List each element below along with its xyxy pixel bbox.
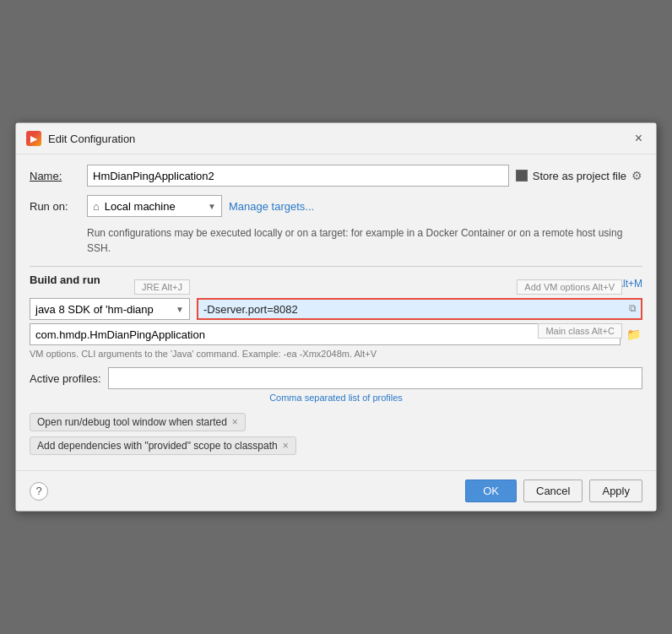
add-vm-hint: Add VM options Alt+V (517, 279, 622, 295)
apply-button[interactable]: Apply (589, 480, 642, 502)
sdk-arrow: ▼ (176, 305, 184, 314)
manage-targets-link[interactable]: Manage targets... (229, 200, 314, 213)
main-class-hint: Main class Alt+C (538, 323, 622, 339)
footer-buttons: OK Cancel Apply (465, 480, 642, 502)
edit-configuration-dialog: ▶ Edit Configuration × Name: Store as pr… (15, 122, 657, 512)
tag-close-1[interactable]: × (283, 440, 289, 452)
sdk-value: java 8 SDK of 'hm-dianp (35, 303, 154, 316)
name-row: Name: Store as project file ⚙ (30, 165, 642, 187)
tag-text-1: Add dependencies with "provided" scope t… (37, 440, 278, 452)
tag-item-0: Open run/debug tool window when started … (30, 413, 246, 431)
name-input[interactable] (87, 165, 509, 187)
build-run-title: Build and run (30, 274, 100, 286)
main-class-row: Main class Alt+C 📁 (30, 323, 642, 345)
active-profiles-label: Active profiles: (30, 372, 101, 385)
help-button[interactable]: ? (30, 482, 48, 501)
run-on-label: Run on: (30, 200, 80, 213)
store-label: Store as project file (533, 170, 626, 182)
name-label: Name: (30, 170, 80, 182)
title-bar: ▶ Edit Configuration × (16, 123, 656, 154)
dialog-title: Edit Configuration (48, 133, 135, 145)
dropdown-arrow: ▼ (208, 202, 216, 211)
jre-hint: JRE Alt+J (134, 279, 190, 295)
main-class-folder-button[interactable]: 📁 (624, 325, 642, 344)
tag-text-0: Open run/debug tool window when started (37, 416, 227, 428)
main-class-input[interactable] (30, 323, 621, 345)
close-button[interactable]: × (631, 130, 646, 147)
divider (30, 266, 642, 267)
info-text: Run configurations may be executed local… (87, 225, 642, 256)
store-row: Store as project file ⚙ (516, 169, 642, 182)
tag-item-1: Add dependencies with "provided" scope t… (30, 436, 296, 455)
vm-options-input[interactable] (197, 298, 642, 320)
cancel-button[interactable]: Cancel (523, 480, 583, 502)
app-icon: ▶ (26, 131, 41, 146)
ok-button[interactable]: OK (465, 480, 517, 502)
house-icon: ⌂ (93, 200, 100, 213)
vm-copy-button[interactable]: ⧉ (624, 300, 641, 317)
dialog-footer: ? OK Cancel Apply (16, 470, 656, 511)
vm-options-desc: VM options. CLI arguments to the 'Java' … (30, 349, 642, 359)
gear-icon[interactable]: ⚙ (631, 169, 642, 182)
active-profiles-row: Active profiles: (30, 367, 642, 389)
local-machine-text: Local machine (105, 200, 176, 213)
tag-list: Open run/debug tool window when started … (30, 413, 642, 460)
store-checkbox[interactable] (516, 170, 528, 182)
profiles-hint: Comma separated list of profiles (30, 393, 642, 403)
sdk-dropdown[interactable]: java 8 SDK of 'hm-dianp ▼ (30, 298, 190, 320)
vm-options-wrapper: Add VM options Alt+V ⧉ (197, 298, 642, 320)
active-profiles-input[interactable] (108, 367, 642, 389)
run-on-dropdown[interactable]: ⌂ Local machine ▼ (87, 195, 222, 217)
run-on-row: Run on: ⌂ Local machine ▼ Manage targets… (30, 195, 642, 217)
jre-vm-row: java 8 SDK of 'hm-dianp ▼ JRE Alt+J Add … (30, 298, 642, 320)
tag-close-0[interactable]: × (232, 416, 238, 428)
title-bar-left: ▶ Edit Configuration (26, 131, 135, 146)
dialog-body: Name: Store as project file ⚙ Run on: ⌂ … (16, 154, 656, 470)
